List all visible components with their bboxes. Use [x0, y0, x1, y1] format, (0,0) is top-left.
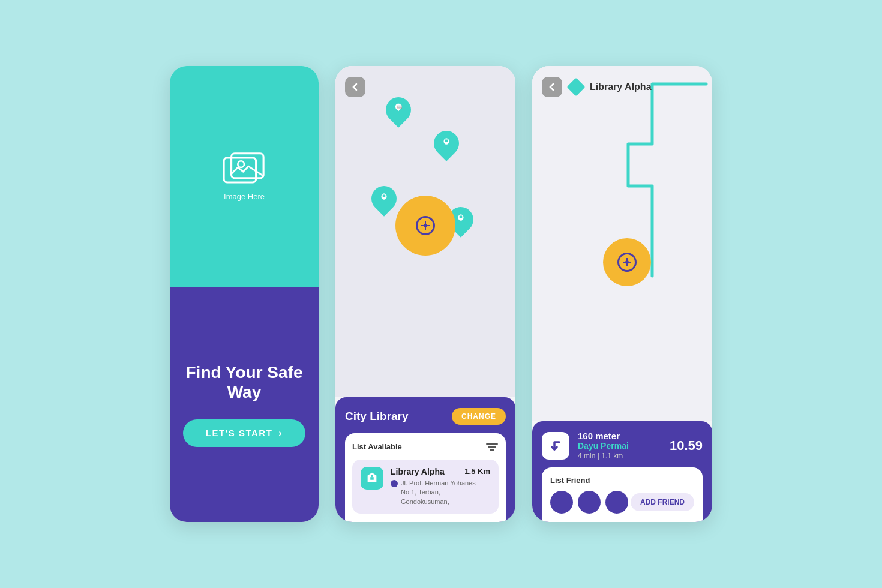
book-icon: 📖: [392, 103, 404, 117]
chevron-right-icon: ›: [278, 428, 283, 439]
map-area: 📖: [335, 66, 515, 397]
svg-point-14: [371, 475, 373, 477]
map-area-3: Library Alpha: [532, 66, 712, 421]
change-button[interactable]: CHANGE: [452, 408, 506, 425]
friends-label: List Friend: [550, 476, 590, 485]
screen1-top: Image Here: [170, 66, 319, 287]
crosshair-icon: [416, 216, 435, 235]
book-icon-3: [379, 192, 389, 205]
friends-list: [550, 491, 628, 514]
image-placeholder: Image Here: [223, 152, 266, 201]
bottom-panel: City Library CHANGE List Available: [335, 397, 515, 522]
svg-text:📖: 📖: [397, 104, 403, 109]
back-button-3[interactable]: [542, 77, 562, 97]
nav-info-row: 160 meter Dayu Permai 4 min | 1.1 km 10.…: [542, 431, 703, 460]
bottom-panel-header: City Library CHANGE: [345, 408, 506, 425]
list-header: List Available: [352, 442, 499, 452]
library-icon: [361, 467, 383, 490]
library-name: Library Alpha: [391, 467, 445, 476]
friend-avatar-3: [605, 491, 628, 514]
map-pin-2[interactable]: [434, 131, 459, 160]
screen1-bottom: Find Your Safe Way LET'S START ›: [170, 287, 319, 522]
friend-avatar-2: [578, 491, 601, 514]
start-button[interactable]: LET'S START ›: [183, 419, 305, 447]
library-card[interactable]: Library Alpha 1.5 Km Jl. Prof. Herman Yo…: [352, 460, 499, 514]
bottom-panel-3: 160 meter Dayu Permai 4 min | 1.1 km 10.…: [532, 421, 712, 522]
list-available-label: List Available: [352, 442, 402, 451]
screens-container: Image Here Find Your Safe Way LET'S STAR…: [170, 66, 712, 522]
list-section: List Available: [345, 433, 506, 522]
nav-details: 160 meter Dayu Permai 4 min | 1.1 km: [578, 431, 661, 460]
nav-time: 10.59: [670, 438, 703, 454]
filter-icon[interactable]: [485, 442, 499, 452]
turn-icon: [542, 432, 569, 460]
screen-1: Image Here Find Your Safe Way LET'S STAR…: [170, 66, 319, 522]
user-location-3: [603, 238, 651, 286]
hero-title: Find Your Safe Way: [182, 362, 307, 403]
map-pin-3[interactable]: [371, 186, 397, 215]
svg-rect-7: [383, 195, 386, 197]
svg-rect-13: [370, 477, 374, 480]
back-button[interactable]: [345, 77, 365, 97]
diamond-icon: [566, 77, 585, 96]
friends-header: List Friend: [550, 476, 694, 485]
svg-rect-9: [460, 216, 463, 218]
library-address: Jl. Prof. Herman Yohanes No.1, Terban, G…: [401, 479, 490, 506]
user-location: [395, 196, 455, 256]
book-icon-2: [441, 137, 452, 150]
city-library-title: City Library: [345, 410, 409, 423]
friend-avatar-1: [550, 491, 573, 514]
location-dot-icon: [391, 480, 398, 487]
add-friend-button[interactable]: ADD FRIEND: [631, 493, 694, 511]
nav-header: Library Alpha: [532, 77, 712, 97]
nav-distance: 160 meter: [578, 431, 661, 441]
nav-time-dist: 4 min | 1.1 km: [578, 452, 661, 460]
svg-point-2: [238, 161, 244, 167]
crosshair-icon-3: [617, 253, 637, 272]
svg-rect-5: [445, 140, 448, 142]
library-distance: 1.5 Km: [464, 467, 490, 476]
library-alpha-label: Library Alpha: [590, 82, 652, 92]
book-icon-4: [455, 213, 466, 226]
screen-2: 📖: [335, 66, 515, 522]
library-info: Library Alpha 1.5 Km Jl. Prof. Herman Yo…: [391, 467, 490, 506]
map-pin-1[interactable]: 📖: [386, 97, 411, 127]
image-label: Image Here: [224, 192, 265, 201]
nav-street: Dayu Permai: [578, 441, 661, 451]
friends-section: List Friend ADD FRIEND: [542, 467, 703, 522]
screen-3: Library Alpha: [532, 66, 712, 522]
